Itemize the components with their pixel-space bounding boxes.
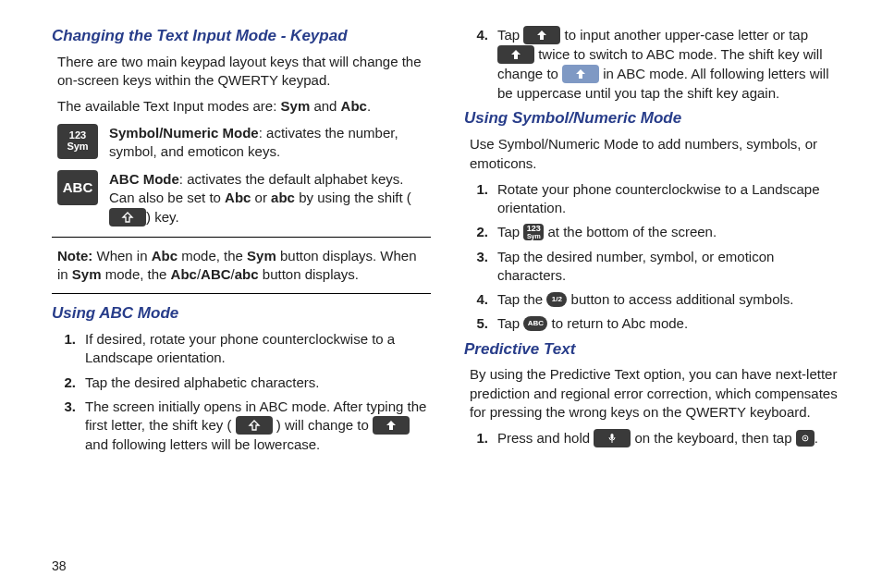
- text: and: [310, 98, 340, 114]
- list-item: 1. Rotate your phone counterclockwise to…: [470, 180, 843, 218]
- icon-line2: Sym: [527, 233, 541, 239]
- fraction-key-icon: 1/2: [546, 292, 567, 307]
- note-label: Note:: [57, 248, 92, 263]
- para-intro: There are two main keypad layout keys th…: [52, 53, 431, 91]
- heading-using-sym: Using Symbol/Numeric Mode: [464, 108, 843, 129]
- note: Note: When in Abc mode, the Sym button d…: [52, 247, 431, 285]
- abc-key-icon: ABC: [523, 316, 547, 331]
- list-body: Tap the 1/2 button to access additional …: [497, 290, 843, 309]
- bold: Sym: [72, 266, 102, 282]
- list-number: 4.: [470, 290, 488, 309]
- mic-key-icon: [594, 429, 631, 447]
- abc-mode-icon: ABC: [57, 170, 98, 205]
- sym-mode-icon: 123 Sym: [57, 124, 98, 159]
- list-number: 3.: [57, 398, 76, 455]
- text: mode, the: [102, 266, 171, 282]
- shift-key-solid-icon: [523, 26, 560, 44]
- text: and following letters will be lowercase.: [85, 436, 320, 452]
- list-number: 1.: [470, 429, 488, 448]
- text: .: [815, 430, 818, 446]
- text: The available Text Input modes are:: [57, 98, 281, 114]
- bold: abc: [271, 190, 295, 205]
- list-item: 2. Tap 123Sym at the bottom of the scree…: [470, 223, 843, 241]
- list-item: 2. Tap the desired alphabetic characters…: [57, 374, 431, 392]
- bold: Abc: [225, 190, 251, 205]
- list-number: 2.: [57, 374, 76, 392]
- bold: Abc: [152, 248, 178, 263]
- list-item: 3. The screen initially opens in ABC mod…: [57, 398, 431, 455]
- list-number: 1.: [57, 330, 76, 368]
- icon-line2: Sym: [67, 141, 88, 153]
- heading-predictive: Predictive Text: [464, 339, 843, 361]
- text: by using the shift (: [295, 190, 411, 205]
- text: mode, the: [178, 248, 247, 263]
- shift-key-outline-icon: [236, 416, 273, 435]
- list-body: Press and hold on the keyboard, then tap…: [497, 429, 843, 448]
- bold: abc: [235, 266, 259, 282]
- list-number: 1.: [470, 180, 488, 218]
- para-sym-intro: Use Symbol/Numeric Mode to add numbers, …: [464, 135, 843, 173]
- text: at the bottom of the screen.: [544, 224, 717, 239]
- sym-mode-desc: Symbol/Numeric Mode: activates the numbe…: [109, 124, 431, 162]
- text: When in: [97, 248, 152, 263]
- list-item: 4. Tap the 1/2 button to access addition…: [470, 290, 843, 309]
- bold: Symbol/Numeric Mode: [109, 125, 259, 141]
- text: Tap: [497, 224, 523, 239]
- text: button displays.: [259, 266, 359, 282]
- list-number: 2.: [470, 223, 488, 241]
- text: ) will change to: [273, 417, 373, 433]
- text: Tap: [497, 27, 523, 43]
- bold: ABC: [201, 266, 231, 282]
- text: Press and hold: [497, 430, 594, 446]
- bold: Sym: [247, 248, 276, 263]
- list-item: 4. Tap to input another upper-case lette…: [470, 26, 843, 103]
- bold: Abc: [171, 266, 197, 282]
- list-body: Tap 123Sym at the bottom of the screen.: [497, 223, 843, 241]
- mode-row-abc: ABC ABC Mode: activates the default alph…: [52, 170, 431, 227]
- text: Tap the: [497, 291, 546, 307]
- list-number: 4.: [470, 26, 488, 103]
- shift-key-light-icon: [562, 65, 599, 83]
- divider: [52, 237, 431, 238]
- shift-key-solid-icon: [373, 416, 410, 435]
- heading-using-abc: Using ABC Mode: [52, 303, 431, 325]
- text: button to access additional symbols.: [567, 291, 793, 307]
- list-number: 3.: [470, 248, 488, 286]
- list-item: 1. Press and hold on the keyboard, then …: [470, 429, 843, 448]
- list-item: 3. Tap the desired number, symbol, or em…: [470, 248, 843, 286]
- list-number: 5.: [470, 314, 488, 333]
- list-item: 5. Tap ABC to return to Abc mode.: [470, 314, 843, 333]
- shift-key-icon: [109, 208, 146, 227]
- text: to return to Abc mode.: [547, 315, 688, 331]
- abc-mode-desc: ABC Mode: activates the default alphabet…: [109, 170, 431, 227]
- list-body: Tap ABC to return to Abc mode.: [497, 314, 843, 333]
- text: .: [367, 98, 371, 114]
- list-body: Tap to input another upper-case letter o…: [497, 26, 843, 103]
- mode-row-sym: 123 Sym Symbol/Numeric Mode: activates t…: [52, 124, 431, 162]
- svg-point-3: [804, 437, 806, 439]
- list-body: The screen initially opens in ABC mode. …: [85, 398, 431, 455]
- icon-line1: 123: [69, 130, 86, 141]
- text: or: [251, 190, 271, 205]
- svg-rect-0: [611, 434, 614, 439]
- text: on the keyboard, then tap: [631, 430, 795, 446]
- icon-line1: 123: [527, 225, 541, 233]
- divider: [52, 293, 431, 294]
- list-body: Tap the desired number, symbol, or emoti…: [497, 248, 843, 286]
- page-number: 38: [52, 557, 67, 575]
- heading-changing-mode: Changing the Text Input Mode - Keypad: [52, 26, 431, 47]
- bold-abc: Abc: [341, 98, 367, 114]
- shift-key-solid-icon: [497, 45, 534, 64]
- para-predictive: By using the Predictive Text option, you…: [464, 365, 843, 422]
- para-modes: The available Text Input modes are: Sym …: [52, 97, 431, 116]
- list-item: 1. If desired, rotate your phone counter…: [57, 330, 431, 368]
- list-body: If desired, rotate your phone counterclo…: [85, 330, 431, 368]
- text: to input another upper-case letter or ta…: [560, 27, 808, 43]
- text: ) key.: [146, 209, 179, 225]
- bold: ABC Mode: [109, 171, 179, 187]
- list-body: Rotate your phone counterclockwise to a …: [497, 180, 843, 218]
- text: Tap: [497, 315, 523, 331]
- bold-sym: Sym: [281, 98, 311, 114]
- sym-key-icon: 123Sym: [523, 224, 544, 240]
- list-body: Tap the desired alphabetic characters.: [85, 374, 431, 392]
